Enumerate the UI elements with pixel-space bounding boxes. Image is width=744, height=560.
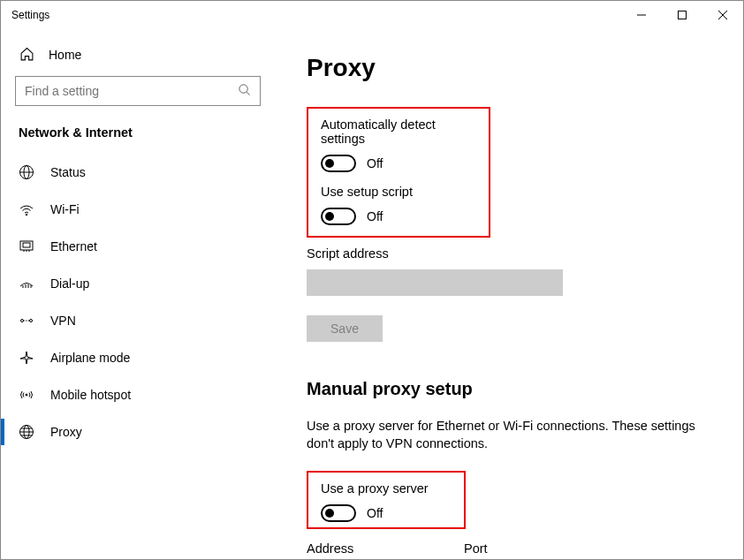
dialup-icon bbox=[19, 276, 34, 291]
address-label: Address bbox=[307, 541, 448, 556]
vpn-icon bbox=[19, 313, 34, 329]
svg-point-20 bbox=[30, 320, 33, 322]
manual-section-title: Manual proxy setup bbox=[307, 379, 711, 399]
hotspot-icon bbox=[19, 387, 34, 403]
script-address-label: Script address bbox=[307, 246, 711, 261]
sidebar: Home Network & Internet Status bbox=[1, 29, 275, 559]
port-label: Port bbox=[464, 541, 528, 556]
search-input[interactable] bbox=[25, 84, 238, 98]
sidebar-item-label: VPN bbox=[50, 314, 76, 328]
settings-window: Settings Home bbox=[0, 0, 744, 560]
sidebar-item-label: Proxy bbox=[50, 425, 82, 439]
window-title: Settings bbox=[11, 9, 621, 21]
sidebar-item-dialup[interactable]: Dial-up bbox=[1, 265, 275, 302]
wifi-icon bbox=[19, 201, 34, 217]
nav-list: Status Wi-Fi Ethernet bbox=[1, 154, 275, 450]
sidebar-item-label: Status bbox=[50, 165, 86, 179]
auto-detect-label: Automatically detect settings bbox=[321, 117, 476, 146]
use-proxy-toggle[interactable] bbox=[321, 504, 356, 522]
svg-point-9 bbox=[26, 214, 27, 216]
close-button[interactable] bbox=[702, 1, 743, 29]
setup-script-state: Off bbox=[367, 209, 383, 223]
save-button[interactable]: Save bbox=[307, 315, 383, 342]
search-container bbox=[1, 71, 275, 120]
status-icon bbox=[19, 164, 34, 180]
sidebar-item-label: Wi-Fi bbox=[50, 202, 80, 216]
svg-line-5 bbox=[247, 92, 249, 95]
category-heading: Network & Internet bbox=[1, 120, 275, 154]
home-label: Home bbox=[49, 48, 81, 62]
svg-point-22 bbox=[26, 394, 27, 396]
setup-script-toggle[interactable] bbox=[321, 208, 356, 225]
page-title: Proxy bbox=[307, 54, 711, 82]
sidebar-item-label: Ethernet bbox=[50, 239, 97, 254]
highlight-box-auto: Automatically detect settings Off Use se… bbox=[307, 107, 490, 238]
sidebar-item-airplane[interactable]: Airplane mode bbox=[1, 339, 275, 376]
search-box[interactable] bbox=[15, 76, 261, 106]
maximize-button[interactable] bbox=[662, 1, 702, 29]
window-controls bbox=[621, 1, 743, 29]
auto-detect-state: Off bbox=[367, 156, 383, 170]
sidebar-item-wifi[interactable]: Wi-Fi bbox=[1, 191, 275, 228]
svg-point-19 bbox=[21, 320, 24, 322]
home-icon bbox=[19, 47, 34, 62]
auto-detect-toggle-row: Off bbox=[321, 155, 476, 172]
use-proxy-toggle-row: Off bbox=[321, 504, 452, 522]
content-pane: Proxy Automatically detect settings Off … bbox=[275, 29, 743, 559]
sidebar-item-label: Mobile hotspot bbox=[50, 388, 131, 402]
ethernet-icon bbox=[19, 238, 34, 254]
auto-detect-toggle[interactable] bbox=[321, 155, 356, 172]
home-link[interactable]: Home bbox=[1, 38, 275, 71]
sidebar-item-proxy[interactable]: Proxy bbox=[1, 413, 275, 450]
address-port-row: Address Port bbox=[307, 538, 711, 559]
manual-description: Use a proxy server for Ethernet or Wi-Fi… bbox=[307, 417, 695, 453]
sidebar-item-label: Airplane mode bbox=[50, 351, 130, 365]
airplane-icon bbox=[19, 350, 34, 366]
sidebar-item-status[interactable]: Status bbox=[1, 154, 275, 191]
setup-script-toggle-row: Off bbox=[321, 208, 476, 225]
svg-point-4 bbox=[239, 85, 247, 93]
sidebar-item-vpn[interactable]: VPN bbox=[1, 302, 275, 339]
use-proxy-state: Off bbox=[367, 506, 383, 520]
search-icon bbox=[238, 83, 251, 99]
sidebar-item-label: Dial-up bbox=[50, 276, 89, 291]
svg-rect-1 bbox=[679, 11, 687, 19]
window-body: Home Network & Internet Status bbox=[1, 29, 743, 559]
script-address-input[interactable] bbox=[307, 269, 563, 296]
highlight-box-manual: Use a proxy server Off bbox=[307, 471, 466, 529]
proxy-icon bbox=[19, 424, 34, 440]
setup-script-label: Use setup script bbox=[321, 185, 476, 199]
minimize-button[interactable] bbox=[621, 1, 662, 29]
use-proxy-label: Use a proxy server bbox=[321, 481, 452, 496]
sidebar-item-hotspot[interactable]: Mobile hotspot bbox=[1, 376, 275, 413]
svg-rect-11 bbox=[23, 243, 30, 247]
sidebar-item-ethernet[interactable]: Ethernet bbox=[1, 228, 275, 265]
titlebar: Settings bbox=[1, 1, 743, 29]
